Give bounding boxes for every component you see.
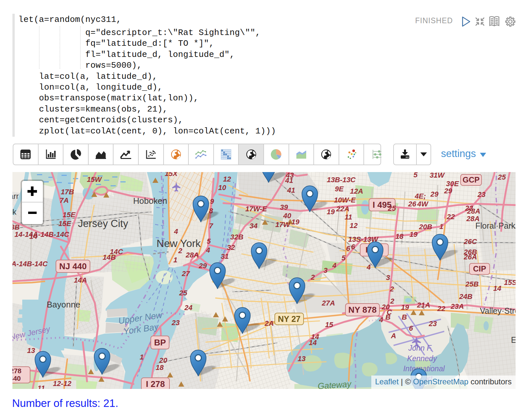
- svg-text:15E: 15E: [58, 219, 71, 228]
- svg-text:26A: 26A: [464, 253, 477, 261]
- svg-text:41: 41: [287, 186, 295, 194]
- svg-text:40: 40: [283, 212, 291, 220]
- svg-text:Jersey City: Jersey City: [78, 218, 128, 229]
- svg-text:5: 5: [342, 254, 346, 262]
- svg-text:BP: BP: [154, 338, 166, 347]
- svg-text:4W: 4W: [417, 200, 429, 208]
- svg-text:22: 22: [437, 305, 446, 313]
- svg-text:13: 13: [298, 355, 306, 363]
- svg-text:21A: 21A: [417, 301, 430, 309]
- svg-text:278: 278: [12, 367, 22, 375]
- svg-text:Eas: Eas: [511, 335, 516, 344]
- svg-text:23: 23: [477, 190, 485, 199]
- svg-text:17B: 17B: [61, 188, 74, 196]
- svg-text:19: 19: [410, 230, 418, 238]
- svg-text:11: 11: [345, 213, 352, 221]
- svg-text:NJ 440: NJ 440: [59, 261, 87, 271]
- svg-text:17W-E: 17W-E: [245, 205, 268, 213]
- svg-text:29: 29: [444, 187, 452, 195]
- svg-text:4E;: 4E;: [414, 192, 426, 200]
- svg-text:20B: 20B: [419, 223, 432, 231]
- svg-text:27A: 27A: [322, 299, 335, 307]
- svg-text:28A: 28A: [467, 207, 480, 215]
- svg-text:Bayonne: Bayonne: [47, 300, 80, 309]
- svg-text:15E: 15E: [62, 211, 76, 219]
- svg-text:2: 2: [310, 273, 315, 281]
- svg-text:22A: 22A: [336, 205, 349, 213]
- svg-text:24B: 24B: [459, 292, 472, 301]
- svg-text:7: 7: [209, 222, 214, 230]
- svg-text:29: 29: [199, 262, 207, 270]
- svg-text:26: 26: [408, 200, 416, 208]
- svg-text:10W-E: 10W-E: [334, 196, 356, 204]
- svg-text:CIP: CIP: [473, 264, 486, 273]
- svg-text:6: 6: [409, 324, 413, 332]
- svg-text:5: 5: [414, 172, 418, 179]
- svg-text:1: 1: [173, 256, 177, 264]
- svg-text:22: 22: [447, 213, 455, 221]
- svg-text:13B-13C: 13B-13C: [327, 176, 356, 184]
- svg-text:43: 43: [286, 172, 294, 179]
- svg-text:27: 27: [182, 270, 190, 278]
- svg-text:NY 878: NY 878: [348, 305, 377, 315]
- svg-text:2: 2: [390, 297, 395, 305]
- svg-text:14: 14: [29, 232, 37, 240]
- svg-text:Floral·Park.: Floral·Park.: [475, 221, 516, 230]
- svg-text:12A: 12A: [350, 187, 363, 195]
- svg-text:11: 11: [38, 384, 45, 389]
- svg-text:14: 14: [493, 284, 501, 292]
- svg-text:9: 9: [210, 197, 214, 205]
- svg-text:7A: 7A: [60, 196, 69, 204]
- svg-text:31W: 31W: [430, 172, 445, 179]
- svg-text:B: B: [385, 313, 391, 321]
- svg-text:25: 25: [388, 204, 396, 212]
- svg-text:2: 2: [390, 285, 394, 293]
- svg-text:29: 29: [430, 190, 439, 198]
- svg-text:A-14B-14C: A-14B-14C: [12, 260, 48, 268]
- svg-text:9E: 9E: [335, 185, 344, 193]
- svg-text:14-14A-14B-14C: 14-14A-14B-14C: [14, 230, 70, 238]
- svg-text:23: 23: [429, 320, 437, 328]
- svg-text:12: 12: [350, 221, 358, 230]
- svg-text:10: 10: [218, 184, 226, 192]
- svg-text:New York: New York: [156, 237, 201, 249]
- svg-text:25B: 25B: [465, 280, 479, 288]
- svg-text:26C: 26C: [464, 237, 477, 246]
- svg-text:4: 4: [174, 227, 178, 236]
- svg-text:Kennedy: Kennedy: [407, 354, 437, 363]
- svg-text:3: 3: [386, 273, 390, 282]
- svg-text:17W: 17W: [275, 220, 290, 229]
- svg-text:1: 1: [140, 353, 144, 361]
- svg-text:18: 18: [396, 232, 404, 240]
- svg-text:32B: 32B: [230, 233, 243, 241]
- svg-text:Valley·Stream: Valley·Stream: [480, 306, 516, 315]
- svg-text:rk: rk: [12, 207, 17, 216]
- svg-text:18: 18: [156, 363, 164, 372]
- svg-text:6: 6: [351, 243, 355, 251]
- svg-text:NY 27: NY 27: [278, 314, 300, 324]
- svg-text:15: 15: [325, 321, 333, 329]
- svg-text:1: 1: [439, 222, 443, 231]
- svg-text:arr: arr: [12, 192, 19, 201]
- svg-text:19: 19: [291, 218, 300, 226]
- svg-text:Hoboken: Hoboken: [133, 196, 167, 206]
- svg-text:28A: 28A: [185, 251, 199, 259]
- svg-text:B: B: [402, 313, 407, 321]
- svg-text:I 278: I 278: [146, 379, 165, 389]
- svg-text:14B: 14B: [103, 253, 116, 261]
- svg-text:25: 25: [179, 289, 187, 297]
- svg-text:440: 440: [12, 375, 21, 382]
- svg-text:30E: 30E: [446, 180, 459, 188]
- svg-text:39: 39: [280, 203, 288, 211]
- svg-text:3: 3: [324, 266, 327, 274]
- svg-text:19: 19: [401, 303, 409, 311]
- svg-text:12: 12: [223, 175, 231, 183]
- svg-text:19: 19: [327, 208, 335, 216]
- svg-text:14A: 14A: [74, 276, 87, 284]
- svg-text:5: 5: [207, 237, 211, 245]
- svg-text:GCP: GCP: [463, 175, 480, 184]
- svg-text:25: 25: [498, 173, 506, 181]
- svg-text:John F.: John F.: [408, 344, 432, 352]
- svg-text:15S: 15S: [504, 278, 516, 287]
- svg-text:23A: 23A: [450, 302, 464, 310]
